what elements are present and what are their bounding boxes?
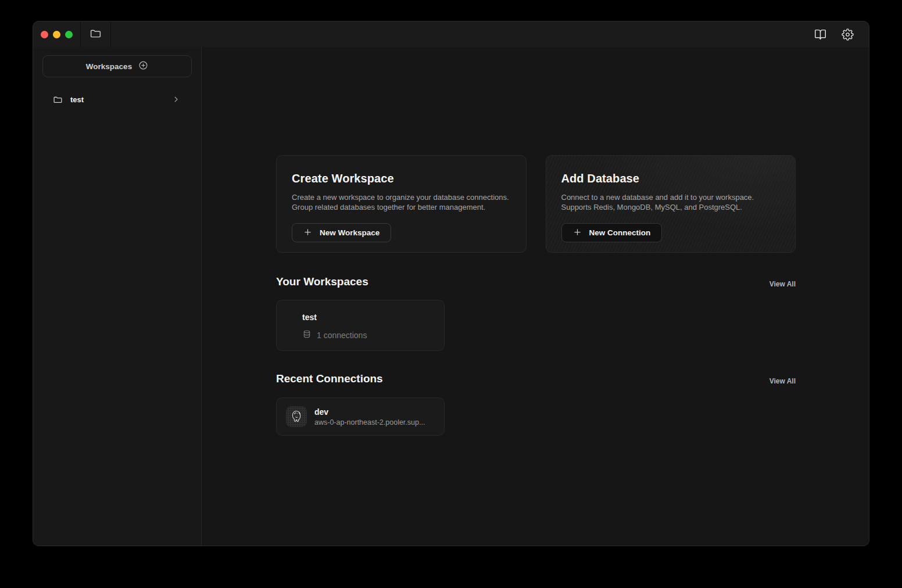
plus-icon (573, 228, 582, 238)
workspaces-header[interactable]: Workspaces (42, 55, 192, 77)
folder-icon (53, 95, 63, 105)
connections-section-header: Recent Connections View All (276, 372, 796, 385)
create-workspace-card: Create Workspace Create a new workspace … (276, 155, 527, 253)
add-database-description: Connect to a new database and add it to … (561, 193, 781, 212)
titlebar (33, 21, 869, 47)
app-body: Workspaces test (33, 47, 869, 546)
database-icon (302, 329, 312, 340)
main-content: Create Workspace Create a new workspace … (202, 47, 869, 546)
workspace-connections-label: 1 connections (317, 331, 367, 340)
connection-card-name: dev (314, 407, 425, 417)
new-workspace-button-label: New Workspace (320, 228, 380, 237)
plus-icon (303, 228, 312, 238)
new-workspace-button[interactable]: New Workspace (292, 223, 391, 242)
workspaces-section-title: Your Workspaces (276, 275, 368, 288)
traffic-lights (33, 21, 81, 47)
chevron-right-icon[interactable] (172, 95, 180, 103)
connection-card-host: aws-0-ap-northeast-2.pooler.sup... (314, 418, 425, 426)
workspaces-tab[interactable] (81, 21, 111, 47)
close-button[interactable] (41, 31, 48, 38)
add-database-title: Add Database (561, 172, 781, 185)
add-database-card: Add Database Connect to a new database a… (546, 155, 796, 253)
connection-card-dev[interactable]: dev aws-0-ap-northeast-2.pooler.sup... (276, 397, 445, 436)
folder-icon (90, 27, 102, 42)
plus-circle-icon[interactable] (138, 60, 148, 72)
new-connection-button[interactable]: New Connection (561, 223, 663, 242)
workspace-card-connections: 1 connections (302, 329, 430, 340)
zoom-button[interactable] (65, 31, 73, 38)
workspaces-section-header: Your Workspaces View All (276, 275, 796, 288)
sidebar-item-test[interactable]: test (33, 91, 201, 107)
workspace-card-name: test (302, 313, 430, 322)
workspaces-header-label: Workspaces (86, 62, 132, 71)
connection-card-info: dev aws-0-ap-northeast-2.pooler.sup... (314, 407, 425, 426)
connections-section-title: Recent Connections (276, 372, 383, 385)
create-workspace-title: Create Workspace (292, 172, 511, 185)
new-connection-button-label: New Connection (589, 228, 651, 237)
gear-icon[interactable] (842, 28, 854, 41)
connections-view-all-link[interactable]: View All (769, 377, 796, 385)
app-window: Workspaces test (33, 21, 869, 546)
book-open-icon[interactable] (814, 28, 826, 41)
create-workspace-description: Create a new workspace to organize your … (292, 193, 511, 212)
titlebar-drag-area (111, 21, 814, 47)
postgresql-elephant-icon (286, 406, 307, 427)
sidebar: Workspaces test (33, 47, 202, 546)
workspace-card-test[interactable]: test 1 connections (276, 300, 445, 351)
sidebar-item-label: test (70, 95, 84, 104)
minimize-button[interactable] (53, 31, 60, 38)
action-cards: Create Workspace Create a new workspace … (276, 155, 796, 253)
titlebar-actions (814, 21, 869, 47)
workspaces-view-all-link[interactable]: View All (769, 280, 796, 288)
